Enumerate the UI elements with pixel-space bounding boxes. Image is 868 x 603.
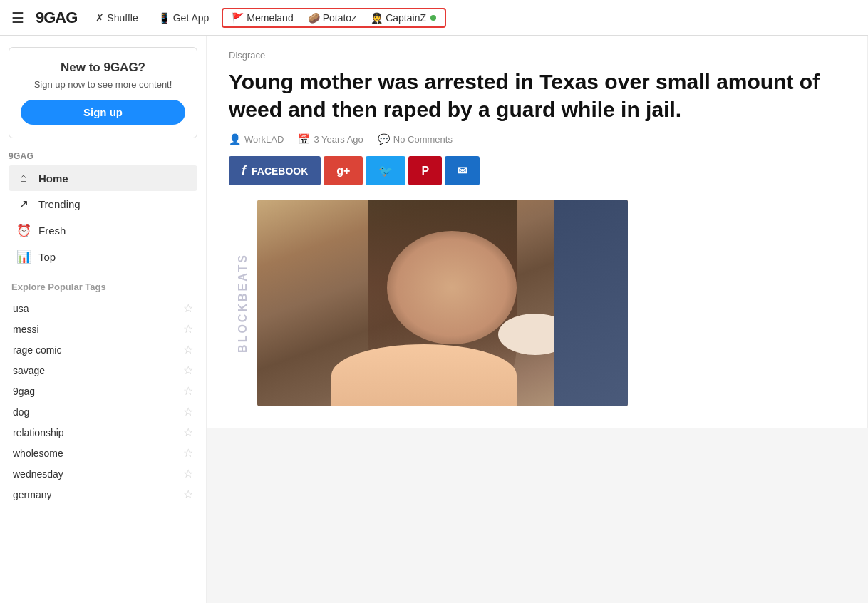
tag-rage-comic[interactable]: rage comic ☆ (9, 339, 197, 360)
share-google-button[interactable]: g+ (324, 156, 363, 185)
nav-potatoz[interactable]: 🥔 Potatoz (302, 11, 362, 25)
nav-get-app-label: Get App (173, 12, 210, 24)
comment-icon: 💬 (378, 133, 390, 145)
tag-rage-comic-label: rage comic (13, 344, 61, 356)
hamburger-icon[interactable]: ☰ (11, 9, 24, 26)
tag-savage-label: savage (13, 365, 45, 376)
tag-9gag[interactable]: 9gag ☆ (9, 381, 197, 401)
post-author: 👤 WorkLAD (229, 133, 284, 145)
google-icon: g+ (336, 165, 350, 177)
post-comments-count: No Comments (393, 134, 453, 145)
logo: 9GAG (36, 9, 77, 27)
sidebar-item-fresh[interactable]: ⏰ Fresh (9, 217, 197, 244)
tag-messi[interactable]: messi ☆ (9, 319, 197, 339)
signup-card: New to 9GAG? Sign up now to see more con… (9, 47, 197, 138)
email-icon: ✉ (458, 164, 467, 177)
post-author-name: WorkLAD (244, 134, 284, 145)
captainz-icon: 🧑‍✈️ (371, 12, 383, 24)
tag-usa[interactable]: usa ☆ (9, 298, 197, 319)
sidebar-section-label: 9GAG (9, 151, 197, 161)
tag-relationship-label: relationship (13, 427, 64, 438)
nav-box: 🚩 Memeland 🥔 Potatoz 🧑‍✈️ CaptainZ (222, 8, 446, 28)
twitter-icon: 🐦 (378, 164, 393, 177)
header-nav: ✗ Shuffle 📱 Get App 🚩 Memeland 🥔 Potatoz… (88, 8, 446, 28)
online-dot (430, 15, 436, 21)
sidebar: New to 9GAG? Sign up now to see more con… (0, 36, 207, 603)
signup-subtitle: Sign up now to see more content! (21, 79, 185, 90)
sidebar-item-home[interactable]: ⌂ Home (9, 165, 197, 191)
tag-wholesome[interactable]: wholesome ☆ (9, 443, 197, 463)
facebook-label: FACEBOOK (252, 165, 308, 177)
memeland-icon: 🚩 (232, 12, 244, 24)
main-content: Disgrace Young mother was arrested in Te… (207, 36, 868, 603)
star-icon-wednesday[interactable]: ☆ (183, 467, 193, 480)
sidebar-trending-label: Trending (38, 198, 81, 210)
layout: New to 9GAG? Sign up now to see more con… (0, 36, 868, 603)
get-app-icon: 📱 (158, 12, 170, 24)
calendar-icon: 📅 (298, 133, 310, 145)
star-icon-germany[interactable]: ☆ (183, 488, 193, 501)
nav-get-app[interactable]: 📱 Get App (151, 9, 217, 26)
share-buttons: f FACEBOOK g+ 🐦 P ✉ (229, 156, 846, 185)
sidebar-home-label: Home (38, 172, 68, 185)
potatoz-icon: 🥔 (308, 12, 320, 24)
tag-9gag-label: 9gag (13, 386, 35, 397)
star-icon-savage[interactable]: ☆ (183, 364, 193, 377)
post-meta: 👤 WorkLAD 📅 3 Years Ago 💬 No Comments (229, 133, 846, 145)
nav-captainz[interactable]: 🧑‍✈️ CaptainZ (365, 11, 442, 25)
header: ☰ 9GAG ✗ Shuffle 📱 Get App 🚩 Memeland 🥔 … (0, 0, 868, 36)
signup-title: New to 9GAG? (21, 61, 185, 75)
post-section: Disgrace (229, 50, 846, 61)
nav-potatoz-label: Potatoz (323, 12, 356, 24)
post-time: 📅 3 Years Ago (298, 133, 363, 145)
tag-germany-label: germany (13, 489, 51, 500)
tag-usa-label: usa (13, 303, 29, 314)
tag-wednesday[interactable]: wednesday ☆ (9, 463, 197, 484)
star-icon-9gag[interactable]: ☆ (183, 384, 193, 398)
tag-wednesday-label: wednesday (13, 468, 63, 480)
nav-shuffle[interactable]: ✗ Shuffle (88, 9, 145, 26)
fresh-icon: ⏰ (16, 223, 31, 238)
tag-germany[interactable]: germany ☆ (9, 484, 197, 505)
star-icon-wholesome[interactable]: ☆ (183, 446, 193, 460)
share-pinterest-button[interactable]: P (408, 156, 442, 185)
nav-captainz-label: CaptainZ (386, 12, 426, 24)
tag-savage[interactable]: savage ☆ (9, 360, 197, 381)
sidebar-item-top[interactable]: 📊 Top (9, 244, 197, 270)
star-icon-messi[interactable]: ☆ (183, 322, 193, 336)
top-icon: 📊 (16, 249, 31, 264)
home-icon: ⌂ (16, 171, 31, 185)
tag-wholesome-label: wholesome (13, 448, 63, 459)
post-image-wrapper: BLOCKBEATS (229, 200, 846, 406)
post-title: Young mother was arrested in Texas over … (229, 68, 846, 123)
watermark-text: BLOCKBEATS (237, 253, 249, 353)
tag-messi-label: messi (13, 324, 39, 335)
sidebar-fresh-label: Fresh (38, 225, 66, 237)
tag-relationship[interactable]: relationship ☆ (9, 422, 197, 443)
post-container: Disgrace Young mother was arrested in Te… (207, 36, 868, 428)
post-image (257, 200, 628, 406)
star-icon-relationship[interactable]: ☆ (183, 426, 193, 439)
nav-memeland[interactable]: 🚩 Memeland (226, 11, 299, 25)
tag-dog-label: dog (13, 406, 29, 418)
trending-icon: ↗ (16, 197, 31, 212)
sidebar-item-trending[interactable]: ↗ Trending (9, 191, 197, 217)
sidebar-top-label: Top (38, 251, 56, 263)
share-email-button[interactable]: ✉ (445, 156, 480, 185)
share-twitter-button[interactable]: 🐦 (366, 156, 405, 185)
tag-dog[interactable]: dog ☆ (9, 401, 197, 422)
facebook-icon: f (242, 163, 246, 178)
star-icon-usa[interactable]: ☆ (183, 302, 193, 315)
post-time-ago: 3 Years Ago (314, 134, 363, 145)
shuffle-icon: ✗ (95, 12, 104, 24)
author-icon: 👤 (229, 133, 241, 145)
nav-memeland-label: Memeland (247, 12, 293, 24)
nav-shuffle-label: Shuffle (107, 12, 138, 24)
share-facebook-button[interactable]: f FACEBOOK (229, 156, 321, 185)
post-comments: 💬 No Comments (378, 133, 453, 145)
pinterest-icon: P (421, 165, 429, 177)
tags-section-label: Explore Popular Tags (9, 282, 197, 292)
star-icon-rage-comic[interactable]: ☆ (183, 343, 193, 356)
star-icon-dog[interactable]: ☆ (183, 405, 193, 418)
signup-button[interactable]: Sign up (21, 100, 185, 125)
